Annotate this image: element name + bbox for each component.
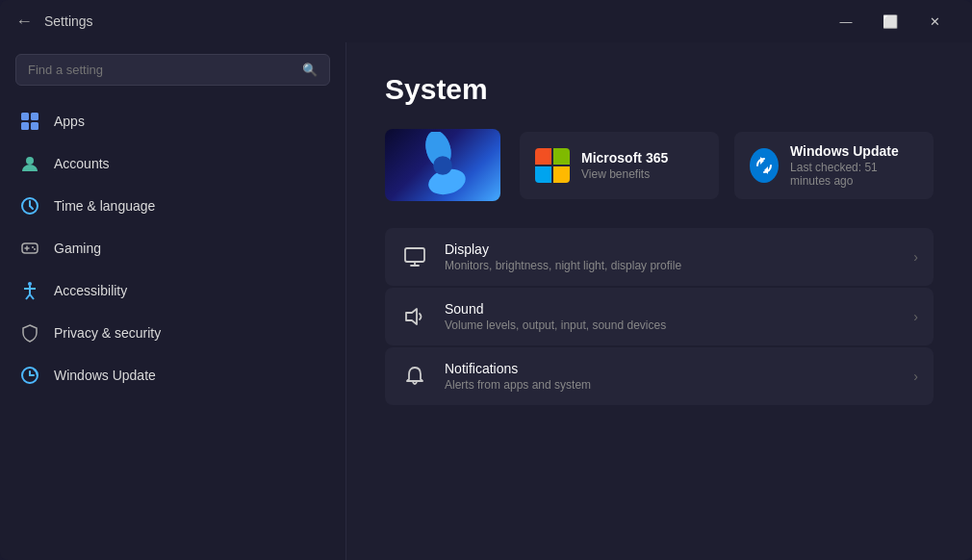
ms365-q4 [553,166,570,183]
search-container: 🔍 [0,42,345,97]
display-text: Display Monitors, brightness, night ligh… [445,242,898,272]
privacy-security-icon [19,322,40,344]
hero-banner: Microsoft 365 View benefits [385,129,934,201]
windows-update-hero-icon [750,148,779,183]
sound-chevron-icon: › [913,309,918,324]
setting-item-display[interactable]: Display Monitors, brightness, night ligh… [385,228,934,286]
accounts-icon [19,153,40,174]
svg-point-13 [28,282,32,286]
microsoft-365-text: Microsoft 365 View benefits [581,150,668,181]
minimize-button[interactable]: — [824,6,868,37]
display-chevron-icon: › [913,249,918,265]
back-button[interactable]: ← [15,12,33,32]
notifications-chevron-icon: › [913,369,918,384]
annotation-arrow [0,363,3,392]
search-icon: 🔍 [302,63,318,77]
content-inner: System [346,42,972,436]
display-icon [400,242,429,271]
svg-line-17 [30,294,34,299]
microsoft-365-title: Microsoft 365 [581,150,668,165]
svg-point-4 [26,157,34,165]
windows-update-text: Windows Update Last checked: 51 minutes … [790,143,918,188]
privacy-security-label: Privacy & security [54,325,161,341]
sound-icon [400,302,429,331]
svg-rect-2 [21,122,29,130]
content-area: System [346,42,972,560]
windows-update-hero-subtitle: Last checked: 51 minutes ago [790,161,918,188]
ms365-q2 [553,148,570,165]
windows-flower-svg [404,132,481,199]
maximize-button[interactable]: ⬜ [868,6,912,37]
sound-text: Sound Volume levels, output, input, soun… [445,301,898,332]
notifications-icon [400,362,429,391]
sound-subtitle: Volume levels, output, input, sound devi… [445,318,898,332]
svg-rect-3 [31,122,38,130]
hero-image [385,129,500,201]
windows-update-card[interactable]: Windows Update Last checked: 51 minutes … [734,132,934,199]
sidebar-item-windows-update[interactable]: Windows Update [8,355,338,395]
ms365-q1 [535,148,551,165]
svg-rect-27 [405,248,424,262]
microsoft-365-card[interactable]: Microsoft 365 View benefits [520,132,719,199]
window: ← Settings — ⬜ ✕ 🔍 [0,0,972,560]
sidebar-item-apps[interactable]: Apps [8,101,338,141]
svg-marker-30 [406,309,417,324]
sidebar-item-time-language[interactable]: Time & language [8,186,338,226]
gaming-label: Gaming [54,241,101,256]
hero-cards: Microsoft 365 View benefits [520,132,934,199]
titlebar: ← Settings — ⬜ ✕ [0,0,972,42]
svg-point-24 [433,156,452,175]
svg-point-11 [32,246,34,248]
time-language-label: Time & language [54,198,155,214]
notifications-title: Notifications [445,361,898,376]
setting-item-sound[interactable]: Sound Volume levels, output, input, soun… [385,288,934,345]
accessibility-icon [19,280,40,301]
page-title: System [385,73,934,106]
windows-update-hero-title: Windows Update [790,143,918,159]
window-controls: — ⬜ ✕ [824,6,957,37]
app-title: Settings [44,13,93,29]
notifications-subtitle: Alerts from apps and system [445,378,898,392]
svg-rect-0 [21,113,29,120]
notifications-text: Notifications Alerts from apps and syste… [445,361,898,392]
svg-rect-1 [31,113,38,120]
search-input[interactable] [28,63,302,77]
settings-list: Display Monitors, brightness, night ligh… [385,228,934,405]
gaming-icon [19,238,40,259]
apps-icon [19,111,40,132]
windows-update-icon [19,365,40,386]
svg-line-7 [30,206,33,209]
sidebar-item-accessibility[interactable]: Accessibility [8,270,338,311]
search-box[interactable]: 🔍 [15,54,330,86]
ms365-q3 [535,166,551,183]
microsoft-365-subtitle: View benefits [581,167,668,181]
display-subtitle: Monitors, brightness, night light, displ… [445,259,898,272]
display-title: Display [445,242,898,257]
sidebar-item-accounts[interactable]: Accounts [8,143,338,184]
close-button[interactable]: ✕ [912,6,957,37]
windows-update-label: Windows Update [54,368,156,383]
main-layout: 🔍 Apps [0,42,972,560]
svg-point-12 [34,248,36,250]
accounts-label: Accounts [54,156,110,171]
setting-item-notifications[interactable]: Notifications Alerts from apps and syste… [385,347,934,405]
accessibility-label: Accessibility [54,283,127,298]
sidebar: 🔍 Apps [0,42,346,560]
time-language-icon [19,195,40,216]
sidebar-nav: Apps Accounts [0,97,345,560]
sidebar-item-gaming[interactable]: Gaming [8,228,338,268]
microsoft-365-icon [535,148,570,183]
apps-label: Apps [54,114,85,129]
sidebar-item-privacy-security[interactable]: Privacy & security [8,313,338,353]
sound-title: Sound [445,301,898,317]
